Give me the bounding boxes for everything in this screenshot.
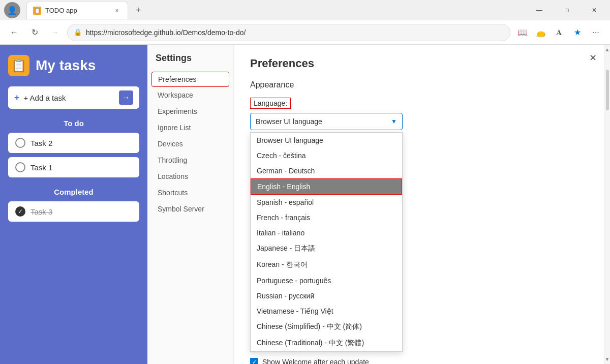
- appearance-label: Appearance: [250, 80, 594, 89]
- todo-app-title: My tasks: [36, 57, 96, 74]
- tab-favicon: 📋: [33, 7, 41, 15]
- todo-app-icon: 📋: [8, 55, 29, 76]
- more-button[interactable]: ···: [588, 24, 604, 41]
- completed-task-item[interactable]: ✓ Task 3: [8, 201, 139, 222]
- language-row: Language:: [250, 98, 594, 109]
- forward-button: →: [47, 24, 63, 41]
- scroll-down-icon[interactable]: ▼: [603, 354, 610, 364]
- preferences-title: Preferences: [250, 57, 594, 70]
- dropdown-item-italian[interactable]: Italian - italiano: [251, 225, 402, 240]
- language-label: Language:: [250, 98, 291, 109]
- settings-nav-ignore-list[interactable]: Ignore List: [147, 119, 233, 136]
- add-task-row[interactable]: + + Add a task →: [8, 86, 139, 109]
- nav-actions: 📖 👝 𝐀 ★ ···: [514, 24, 604, 41]
- tab-title: TODO app: [45, 7, 108, 14]
- add-task-plus-icon: +: [14, 93, 20, 103]
- settings-panel: Settings Preferences Workspace Experimen…: [147, 45, 234, 364]
- select-dropdown-arrow-icon: ▼: [391, 118, 397, 125]
- settings-nav-experiments[interactable]: Experiments: [147, 103, 233, 119]
- add-task-label: + Add a task: [24, 94, 115, 102]
- settings-nav-symbol-server[interactable]: Symbol Server: [147, 201, 233, 217]
- profile-icon[interactable]: 👤: [4, 2, 20, 18]
- dropdown-item-chinese-traditional[interactable]: Chinese (Traditional) - 中文 (繁體): [251, 335, 402, 351]
- task-label: Task 2: [30, 139, 52, 147]
- selected-language-text: Browser UI language: [256, 117, 322, 126]
- todo-header: 📋 My tasks: [8, 55, 139, 76]
- dropdown-item-chinese-simplified[interactable]: Chinese (Simplified) - 中文 (简体): [251, 319, 402, 335]
- language-dropdown-menu: Browser UI language Czech - čeština Germ…: [250, 132, 403, 352]
- nav-bar: ← ↻ → 🔒 https://microsoftedge.github.io/…: [0, 20, 610, 45]
- dropdown-item-spanish[interactable]: Spanish - español: [251, 195, 402, 210]
- dropdown-item-czech[interactable]: Czech - čeština: [251, 148, 402, 163]
- todo-sidebar: 📋 My tasks + + Add a task → To do Task 2…: [0, 45, 147, 364]
- page-content: 📋 My tasks + + Add a task → To do Task 2…: [0, 45, 610, 364]
- show-welcome-label: Show Welcome after each update: [262, 358, 369, 364]
- show-welcome-row: ✓ Show Welcome after each update: [250, 358, 594, 364]
- back-button[interactable]: ←: [6, 24, 22, 41]
- todo-section-label: To do: [8, 119, 139, 128]
- read-aloud-button[interactable]: 𝐀: [551, 24, 567, 41]
- task-checkbox[interactable]: [15, 162, 25, 172]
- settings-nav-workspace[interactable]: Workspace: [147, 87, 233, 103]
- close-preferences-button[interactable]: ✕: [586, 51, 600, 65]
- dropdown-item-japanese[interactable]: Japanese - 日本語: [251, 240, 402, 257]
- dropdown-item-browser-ui[interactable]: Browser UI language: [251, 133, 402, 148]
- task-checkbox[interactable]: [15, 138, 25, 148]
- dropdown-item-portuguese[interactable]: Portuguese - português: [251, 273, 402, 288]
- completed-task-label: Task 3: [30, 207, 52, 216]
- dropdown-item-french[interactable]: French - français: [251, 210, 402, 225]
- settings-nav-devices[interactable]: Devices: [147, 136, 233, 152]
- task-item[interactable]: Task 1: [8, 157, 139, 177]
- lock-icon: 🔒: [74, 28, 82, 36]
- close-window-button[interactable]: ✕: [583, 2, 606, 18]
- settings-nav-shortcuts[interactable]: Shortcuts: [147, 185, 233, 201]
- favorites-button[interactable]: ★: [569, 24, 586, 41]
- address-bar[interactable]: 🔒 https://microsoftedge.github.io/Demos/…: [67, 24, 510, 41]
- browser-window: 👤 📋 TODO app × + — □ ✕ ← ↻ → 🔒 https://m…: [0, 0, 610, 364]
- add-task-arrow-icon: →: [119, 90, 133, 105]
- scroll-track: [605, 65, 609, 344]
- task-label: Task 1: [30, 163, 52, 172]
- dropdown-item-korean[interactable]: Korean - 한국어: [251, 257, 402, 273]
- task-item[interactable]: Task 2: [8, 133, 139, 153]
- scroll-thumb[interactable]: [606, 70, 609, 110]
- wallet-button[interactable]: 👝: [533, 24, 549, 41]
- scroll-up-icon[interactable]: ▲: [603, 45, 610, 54]
- browser-tab[interactable]: 📋 TODO app ×: [26, 1, 128, 19]
- settings-nav-preferences[interactable]: Preferences: [151, 72, 229, 87]
- language-select[interactable]: Browser UI language ▼: [250, 113, 403, 130]
- settings-nav-locations[interactable]: Locations: [147, 168, 233, 185]
- close-tab-button[interactable]: ×: [112, 6, 121, 15]
- dropdown-item-russian[interactable]: Russian - русский: [251, 288, 402, 304]
- completed-section-label: Completed: [8, 188, 139, 196]
- maximize-button[interactable]: □: [555, 2, 578, 18]
- read-view-button[interactable]: 📖: [514, 24, 531, 41]
- preferences-panel: ✕ Preferences Appearance Language: Brows…: [234, 45, 610, 364]
- new-tab-button[interactable]: +: [130, 2, 146, 18]
- dropdown-item-english[interactable]: English - English: [251, 178, 402, 195]
- url-text: https://microsoftedge.github.io/Demos/de…: [86, 28, 504, 37]
- minimize-button[interactable]: —: [528, 2, 551, 18]
- refresh-button[interactable]: ↻: [26, 24, 43, 41]
- show-welcome-checkbox[interactable]: ✓: [250, 358, 258, 364]
- settings-title: Settings: [147, 53, 233, 72]
- settings-nav-throttling[interactable]: Throttling: [147, 152, 233, 168]
- completed-task-checkbox[interactable]: ✓: [15, 206, 25, 217]
- dropdown-item-vietnamese[interactable]: Vietnamese - Tiếng Việt: [251, 304, 402, 319]
- title-bar: 👤 📋 TODO app × + — □ ✕: [0, 0, 610, 20]
- dropdown-item-german[interactable]: German - Deutsch: [251, 163, 402, 178]
- scrollbar[interactable]: ▲ ▼: [604, 45, 610, 364]
- window-controls: — □ ✕: [528, 2, 606, 18]
